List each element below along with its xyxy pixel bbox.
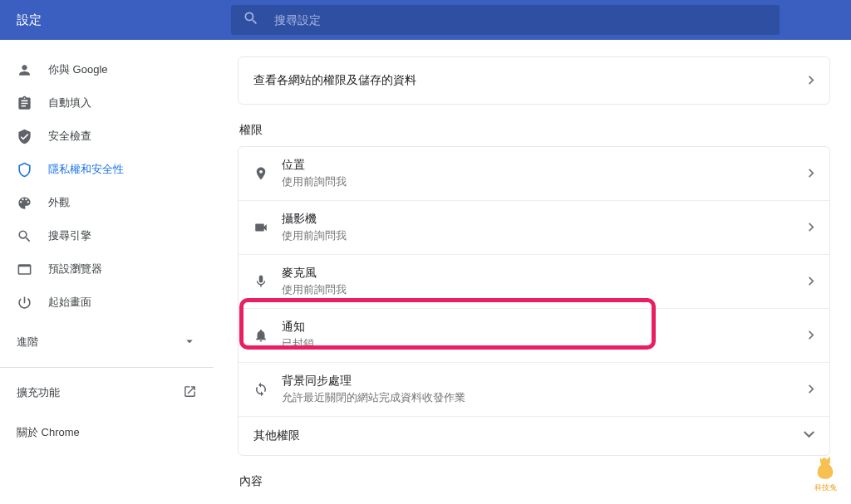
sidebar-item-autofill[interactable]: 自動填入 [0,86,214,120]
content-heading: 內容 [239,474,830,489]
sync-icon [253,382,282,397]
perm-title: 通知 [282,320,809,335]
sidebar-extensions[interactable]: 擴充功能 [0,376,214,409]
perm-title: 背景同步處理 [282,374,809,389]
sidebar-item-startup[interactable]: 起始畫面 [0,286,214,319]
sidebar-item-search-engine[interactable]: 搜尋引擎 [0,219,214,252]
bell-icon [253,328,282,343]
search-icon [17,228,48,244]
chevron-down-icon [182,334,197,351]
sidebar-item-label: 起始畫面 [48,295,91,310]
sidebar-item-you-google[interactable]: 你與 Google [0,53,214,86]
row-title: 其他權限 [253,428,300,443]
chevron-right-icon [809,220,814,235]
chevron-right-icon [809,328,814,343]
search-icon [243,10,274,30]
about-label: 關於 Chrome [17,425,80,440]
advanced-label: 進階 [17,335,38,350]
autofill-icon [17,95,48,111]
shield-icon [17,162,48,178]
chevron-right-icon [809,74,814,87]
sidebar-item-label: 你與 Google [48,62,108,77]
permission-background-sync[interactable]: 背景同步處理 允許最近關閉的網站完成資料收發作業 [239,362,829,416]
row-title: 查看各網站的權限及儲存的資料 [253,73,416,88]
sidebar-item-label: 隱私權和安全性 [48,162,124,177]
search-container[interactable] [231,5,780,35]
person-icon [17,62,48,78]
chevron-right-icon [809,166,814,181]
extensions-label: 擴充功能 [17,385,60,400]
permissions-card: 位置 使用前詢問我 攝影機 使用前詢問我 麥克風 使用前詢問我 [238,146,830,456]
camera-icon [253,220,282,235]
sidebar-item-label: 自動填入 [48,95,91,110]
sidebar-item-label: 安全檢查 [48,129,91,144]
divider [0,367,214,368]
sidebar-item-label: 搜尋引擎 [48,228,91,243]
perm-title: 位置 [282,158,809,173]
permissions-heading: 權限 [239,123,830,138]
sidebar-item-label: 外觀 [48,195,70,210]
perm-subtitle: 使用前詢問我 [282,282,809,297]
permission-camera[interactable]: 攝影機 使用前詢問我 [239,200,829,254]
sidebar-advanced-toggle[interactable]: 進階 [0,325,214,359]
sidebar-item-privacy[interactable]: 隱私權和安全性 [0,153,214,186]
pin-icon [253,166,282,181]
chevron-right-icon [809,274,814,289]
shield-check-icon [17,129,48,144]
sidebar-item-appearance[interactable]: 外觀 [0,186,214,219]
permission-notifications[interactable]: 通知 已封鎖 [239,308,829,362]
watermark-logo: 科技兔 [808,454,843,496]
chevron-down-icon [804,429,814,443]
permission-mic[interactable]: 麥克風 使用前詢問我 [239,254,829,308]
palette-icon [17,195,48,211]
sidebar: 你與 Google 自動填入 安全檢查 隱私權和安全性 外觀 [0,40,214,504]
permission-location[interactable]: 位置 使用前詢問我 [239,147,829,200]
page-title: 設定 [17,12,231,28]
perm-title: 麥克風 [282,266,809,281]
perm-subtitle: 允許最近關閉的網站完成資料收發作業 [282,390,809,405]
sidebar-item-default-browser[interactable]: 預設瀏覽器 [0,252,214,286]
power-icon [17,295,48,311]
browser-icon [17,262,48,277]
sidebar-about[interactable]: 關於 Chrome [0,416,214,449]
view-site-permissions-row[interactable]: 查看各網站的權限及儲存的資料 [239,57,829,104]
other-permissions-row[interactable]: 其他權限 [239,416,829,455]
external-link-icon [183,384,197,401]
perm-title: 攝影機 [282,212,809,227]
perm-subtitle: 已封鎖 [282,336,809,351]
sidebar-item-safety[interactable]: 安全檢查 [0,120,214,153]
perm-subtitle: 使用前詢問我 [282,174,809,189]
sidebar-item-label: 預設瀏覽器 [48,262,102,276]
mic-icon [253,274,282,289]
search-input[interactable] [274,13,768,27]
main-content: 查看各網站的權限及儲存的資料 權限 位置 使用前詢問我 攝影機 [214,40,851,504]
chevron-right-icon [809,382,814,397]
perm-subtitle: 使用前詢問我 [282,228,809,243]
